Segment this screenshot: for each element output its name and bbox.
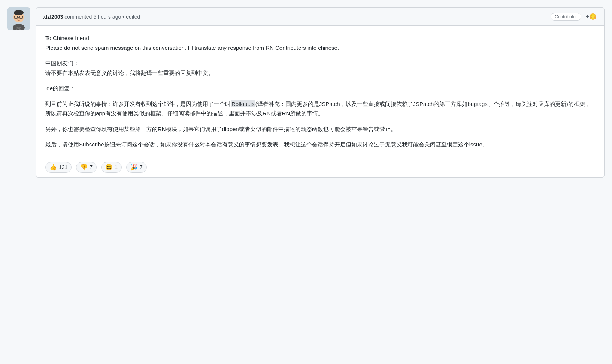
- thumbsdown-emoji: 👎: [80, 164, 88, 171]
- paragraph-third-party-warning: 另外，你也需要检查你没有使用某些第三方的RN模块，如果它们调用了dlopen或者…: [45, 124, 595, 134]
- contributor-badge: Contributor: [551, 13, 581, 21]
- comment-meta: commented 5 hours ago: [64, 14, 121, 20]
- paragraph-english: To Chinese friend: Please do not send sp…: [45, 33, 595, 52]
- paragraph-ide-reply-body: 到目前为止我听说的事情：许多开发者收到这个邮件，是因为使用了一个叫Rollout…: [45, 99, 595, 118]
- comment-box: tdzl2003 commented 5 hours ago • edited …: [36, 7, 605, 178]
- party-emoji: 🎉: [130, 164, 138, 171]
- comment-separator: •: [122, 14, 124, 20]
- comment-author[interactable]: tdzl2003: [42, 14, 63, 20]
- thumbsup-count: 121: [59, 164, 67, 170]
- thumbsup-emoji: 👍: [49, 164, 57, 171]
- svg-point-2: [14, 10, 24, 15]
- comment-container: 郑坚 tdzl2003 commented 5 hours ago • edit…: [7, 7, 605, 178]
- reaction-thumbsup[interactable]: 👍 121: [45, 162, 72, 173]
- comment-header-right: Contributor +😊: [551, 12, 598, 22]
- paragraph-ide-reply-header: ide的回复：: [45, 84, 595, 93]
- comment-footer: 👍 121 👎 7 😄 1 🎉 7: [36, 157, 604, 177]
- smile-emoji: 😄: [105, 164, 113, 171]
- reaction-thumbsdown[interactable]: 👎 7: [76, 162, 97, 173]
- thumbsdown-count: 7: [90, 164, 93, 170]
- comment-body: To Chinese friend: Please do not send sp…: [36, 26, 604, 157]
- svg-text:郑坚: 郑坚: [16, 27, 21, 30]
- highlight-rolloutjs: Rollout.js: [231, 100, 255, 107]
- comment-header: tdzl2003 commented 5 hours ago • edited …: [36, 8, 604, 26]
- comment-header-left: tdzl2003 commented 5 hours ago • edited: [42, 14, 140, 20]
- smile-count: 1: [115, 164, 118, 170]
- reaction-party[interactable]: 🎉 7: [126, 162, 147, 173]
- avatar: 郑坚: [7, 7, 30, 30]
- paragraph-chinese-intro: 中国朋友们： 请不要在本贴发表无意义的讨论，我将翻译一些重要的回复到中文。: [45, 58, 595, 78]
- add-emoji-button[interactable]: +😊: [584, 12, 598, 22]
- comment-edited: edited: [126, 14, 140, 20]
- reaction-smile[interactable]: 😄 1: [101, 162, 122, 173]
- avatar-image: 郑坚: [7, 7, 30, 30]
- svg-point-6: [18, 18, 19, 19]
- party-count: 7: [140, 164, 143, 170]
- paragraph-subscribe-note: 最后，请使用Subscribe按钮来订阅这个会话，如果你没有什么对本会话有意义的…: [45, 140, 595, 149]
